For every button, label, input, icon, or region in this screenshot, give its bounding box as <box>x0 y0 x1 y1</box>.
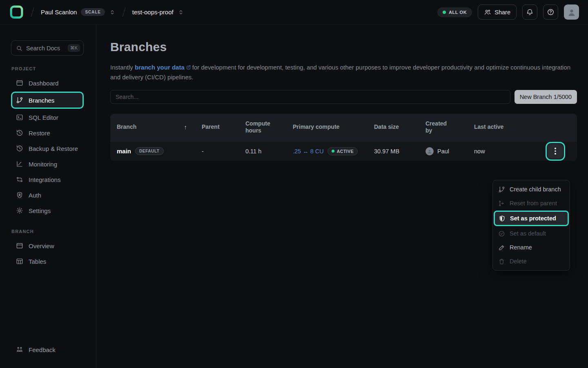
menu-item-set-as-protected[interactable]: Set as protected <box>494 211 569 226</box>
sidebar-item-monitoring[interactable]: Monitoring <box>11 156 84 172</box>
status-badge[interactable]: ALL OK <box>437 7 472 17</box>
auth-shield-icon <box>16 191 23 199</box>
search-icon <box>16 45 22 52</box>
column-header-branch[interactable]: Branch ↑ <box>117 123 202 131</box>
sidebar-item-restore[interactable]: Restore <box>11 125 84 141</box>
table-row[interactable]: main DEFAULT - 0.11 h .25 ↔ 8 CU ACTIVE … <box>110 141 577 161</box>
sort-arrow-icon[interactable]: ↑ <box>184 123 187 131</box>
branch-your-data-link[interactable]: branch your data <box>135 64 185 71</box>
menu-item-label: Create child branch <box>510 186 561 193</box>
sidebar-item-dashboard[interactable]: Dashboard <box>11 75 84 91</box>
page-title: Branches <box>110 40 577 54</box>
breadcrumb-separator <box>122 7 125 17</box>
column-header-last-active[interactable]: Last active <box>474 123 548 131</box>
compute-hours-cell: 0.11 h <box>245 148 293 155</box>
bell-icon <box>526 8 534 16</box>
branch-name[interactable]: main <box>117 148 131 155</box>
sidebar-item-tables[interactable]: Tables <box>11 254 84 269</box>
menu-item-rename[interactable]: Rename <box>494 240 568 254</box>
sidebar-item-overview[interactable]: Overview <box>11 238 84 254</box>
last-active-cell: now <box>474 148 548 155</box>
column-header-created-by[interactable]: Created by <box>425 120 474 135</box>
created-by-cell: Paul <box>425 147 474 155</box>
help-button[interactable] <box>543 4 558 20</box>
page-description: Instantly branch your data for developme… <box>110 63 577 82</box>
sidebar-item-branches[interactable]: Branches <box>11 92 84 109</box>
sidebar-item-label: Integrations <box>29 176 60 183</box>
org-name: Paul Scanlon <box>41 9 77 16</box>
data-size-cell: 30.97 MB <box>374 148 425 155</box>
branch-actions-menu: Create child branch Reset from parent Se… <box>492 180 570 271</box>
column-header-data-size[interactable]: Data size <box>374 123 425 131</box>
share-button[interactable]: Share <box>478 4 517 20</box>
status-label: ALL OK <box>449 10 467 15</box>
menu-item-label: Reset from parent <box>510 200 557 206</box>
sidebar-item-label: SQL Editor <box>29 114 58 121</box>
menu-item-label: Set as protected <box>510 215 556 222</box>
feedback-people-icon <box>16 346 23 353</box>
backup-clock-icon <box>16 145 23 152</box>
branches-toolbar: New Branch 1/5000 <box>110 90 577 104</box>
menu-item-set-as-default[interactable]: Set as default <box>494 227 568 240</box>
sidebar-item-integrations[interactable]: Integrations <box>11 172 84 187</box>
new-branch-button[interactable]: New Branch 1/5000 <box>514 90 577 104</box>
breadcrumb-separator <box>31 7 34 17</box>
search-docs-label: Search Docs <box>26 45 60 52</box>
project-selector[interactable]: test-oops-proof <box>132 9 184 16</box>
column-header-compute-hours[interactable]: Compute hours <box>245 120 293 135</box>
header-actions: ALL OK Share <box>437 4 579 20</box>
branch-cell: main DEFAULT <box>117 147 202 155</box>
column-header-primary-compute[interactable]: Primary compute <box>293 123 374 131</box>
integrations-icon <box>16 176 23 183</box>
person-icon <box>567 7 577 17</box>
sidebar-item-label: Dashboard <box>29 80 58 87</box>
column-header-parent[interactable]: Parent <box>202 123 245 131</box>
sidebar-item-label: Auth <box>29 192 41 199</box>
shield-icon <box>499 215 506 222</box>
tables-grid-icon <box>16 258 23 265</box>
sidebar-item-label: Settings <box>29 207 51 214</box>
avatar[interactable] <box>564 4 579 20</box>
sidebar-item-feedback[interactable]: Feedback <box>11 342 84 357</box>
table-header-row: Branch ↑ Parent Compute hours Primary co… <box>110 114 577 141</box>
branch-search-input[interactable] <box>110 90 510 104</box>
search-docs-button[interactable]: Search Docs ⌘K <box>11 40 84 56</box>
overview-window-icon <box>16 242 23 249</box>
notifications-button[interactable] <box>522 4 537 20</box>
sidebar: Search Docs ⌘K PROJECT Dashboard Branche… <box>0 25 96 368</box>
org-selector[interactable]: Paul Scanlon SCALE <box>41 8 116 16</box>
sidebar-item-label: Branches <box>29 97 54 104</box>
sidebar-item-label: Monitoring <box>29 161 57 168</box>
chevrons-up-down-icon <box>109 9 116 16</box>
project-nav: Dashboard Branches SQL Editor Restore <box>11 75 84 218</box>
org-plan-badge: SCALE <box>81 8 105 16</box>
project-name: test-oops-proof <box>132 9 174 16</box>
sidebar-item-label: Restore <box>29 130 50 137</box>
pencil-icon <box>498 244 505 251</box>
branches-table: Branch ↑ Parent Compute hours Primary co… <box>110 114 577 161</box>
share-users-icon <box>484 9 491 16</box>
menu-item-delete[interactable]: Delete <box>494 254 568 268</box>
status-ok-dot <box>443 11 446 14</box>
compute-size-link[interactable]: .25 ↔ 8 CU <box>293 148 324 155</box>
sidebar-item-sql-editor[interactable]: SQL Editor <box>11 110 84 125</box>
parent-cell: - <box>202 148 245 155</box>
sidebar-item-auth[interactable]: Auth <box>11 187 84 203</box>
chevrons-up-down-icon <box>178 9 184 16</box>
external-link-icon <box>186 63 191 72</box>
restore-clock-icon <box>16 129 23 137</box>
default-badge: DEFAULT <box>135 147 164 155</box>
menu-item-reset-from-parent[interactable]: Reset from parent <box>494 196 568 210</box>
sidebar-item-backup-restore[interactable]: Backup & Restore <box>11 141 84 156</box>
person-icon <box>427 148 432 154</box>
menu-item-create-child-branch[interactable]: Create child branch <box>494 182 568 196</box>
sidebar-item-settings[interactable]: Settings <box>11 203 84 218</box>
neon-logo-icon[interactable] <box>9 4 24 20</box>
share-label: Share <box>494 9 510 16</box>
top-header: Paul Scanlon SCALE test-oops-proof ALL O… <box>0 0 588 25</box>
row-actions-kebab-button[interactable] <box>548 144 563 159</box>
monitoring-chart-icon <box>16 160 23 168</box>
badge-check-icon <box>498 230 505 237</box>
help-icon <box>547 8 555 16</box>
description-text: Instantly <box>110 64 133 71</box>
